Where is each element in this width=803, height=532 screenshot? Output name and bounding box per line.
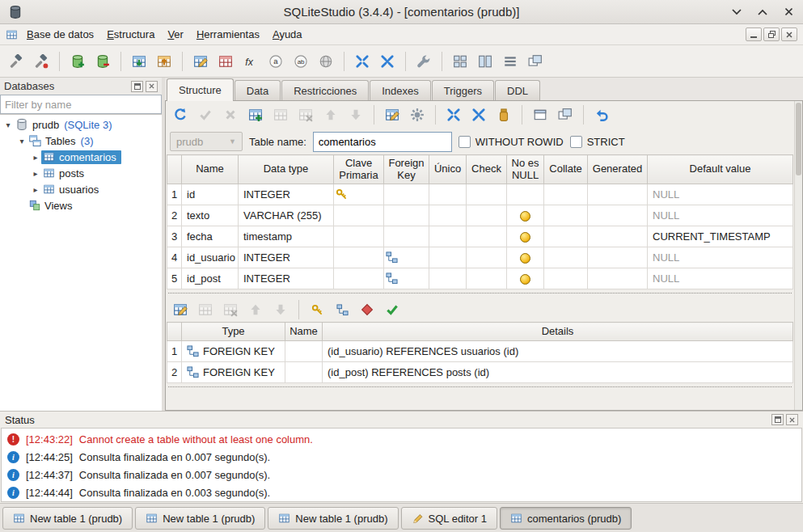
cell-constraint-details[interactable]: (id_post) REFERENCES posts (id) — [323, 362, 793, 383]
window-tab-comentarios-prudb-5[interactable]: comentarios (prudb) — [500, 507, 632, 530]
status-close-button[interactable] — [786, 414, 798, 425]
rollback-structure-changes-button[interactable] — [219, 103, 242, 126]
cell-default-value[interactable]: NULL — [648, 205, 793, 226]
cell-unique[interactable] — [429, 268, 467, 289]
expand-icon[interactable]: ▸ — [30, 169, 41, 178]
connect-database-button[interactable] — [5, 50, 27, 73]
cell-collate[interactable] — [544, 226, 588, 247]
refresh-structure-button[interactable] — [169, 103, 192, 126]
add-column-button[interactable] — [244, 103, 267, 126]
cell-not-null[interactable] — [507, 226, 544, 247]
cell-generated[interactable] — [588, 184, 648, 205]
cell-name[interactable]: id — [182, 184, 239, 205]
cell-unique[interactable] — [429, 205, 467, 226]
cell-primary-key[interactable] — [334, 184, 384, 205]
add-foreign-key-button[interactable] — [331, 298, 353, 321]
mdi-restore-button[interactable] — [763, 27, 780, 41]
tree-filter-input[interactable] — [0, 95, 162, 114]
open-function-editor-button[interactable]: fx — [239, 50, 262, 73]
vertical-scrollbar[interactable] — [794, 101, 802, 410]
grid-splitter[interactable] — [166, 289, 794, 298]
add-table-constraint-button[interactable] — [169, 298, 192, 321]
create-similar-table-button[interactable] — [381, 103, 404, 126]
tree-item-posts[interactable]: ▸posts — [0, 165, 162, 181]
cascade-windows-button[interactable] — [524, 50, 547, 73]
mdi-close-button[interactable] — [781, 27, 797, 41]
delete-table-constraint-button[interactable] — [219, 298, 242, 321]
cell-data-type[interactable]: INTEGER — [239, 184, 334, 205]
cell-primary-key[interactable] — [334, 205, 384, 226]
export-table-button[interactable] — [492, 103, 515, 126]
menu-item-ver[interactable]: Ver — [161, 25, 190, 44]
open-configuration-button[interactable] — [412, 50, 435, 73]
status-float-button[interactable] — [771, 414, 784, 425]
window-tab-new-table-1-prudb-2[interactable]: New table 1 (prudb) — [135, 507, 265, 530]
cell-constraint-type[interactable]: FOREIGN KEY — [182, 341, 285, 362]
tree-item-comentarios[interactable]: ▸comentarios — [0, 149, 162, 165]
cell-collate[interactable] — [544, 184, 588, 205]
bottom-grid-splitter[interactable] — [166, 383, 794, 391]
row-number[interactable]: 1 — [167, 341, 182, 362]
cell-not-null[interactable] — [507, 268, 544, 289]
without-rowid-checkbox[interactable]: WITHOUT ROWID — [459, 136, 564, 148]
add-database-button[interactable] — [66, 50, 89, 73]
menu-item-herramientas[interactable]: Herramientas — [190, 25, 266, 44]
edit-column-button[interactable] — [269, 103, 292, 126]
move-column-up-button[interactable] — [319, 103, 342, 126]
cell-generated[interactable] — [588, 226, 648, 247]
move-constraint-down-button[interactable] — [269, 298, 292, 321]
database-combo[interactable]: prudb ▼ — [170, 132, 243, 151]
menu-item-estructura[interactable]: Estructura — [100, 25, 161, 44]
tree-item-usuarios[interactable]: ▸usuarios — [0, 181, 162, 197]
add-primary-key-button[interactable] — [306, 298, 328, 321]
cell-check[interactable] — [467, 205, 507, 226]
cell-unique[interactable] — [429, 226, 467, 247]
expand-icon[interactable]: ▸ — [30, 153, 41, 162]
cell-constraint-type[interactable]: FOREIGN KEY — [182, 362, 285, 383]
cell-primary-key[interactable] — [334, 268, 384, 289]
window-tab-new-table-1-prudb-1[interactable]: New table 1 (prudb) — [2, 507, 133, 530]
commit-structure-changes-button[interactable] — [194, 103, 217, 126]
cell-data-type[interactable]: INTEGER — [239, 268, 334, 289]
cell-primary-key[interactable] — [334, 247, 384, 268]
cell-data-type[interactable]: timestamp — [239, 226, 334, 247]
cell-primary-key[interactable] — [334, 226, 384, 247]
window-tab-new-table-1-prudb-3[interactable]: New table 1 (prudb) — [268, 507, 398, 530]
restore-last-session-button[interactable] — [351, 50, 374, 73]
tab-indexes[interactable]: Indexes — [370, 80, 431, 100]
cell-check[interactable] — [467, 247, 507, 268]
collapse-icon[interactable]: ▾ — [2, 120, 14, 129]
expand-icon[interactable]: ▸ — [30, 185, 41, 194]
tab-structure[interactable]: Structure — [167, 78, 234, 101]
cell-check[interactable] — [467, 184, 507, 205]
cell-foreign-key[interactable] — [384, 205, 429, 226]
cell-name[interactable]: texto — [182, 205, 239, 226]
open-collation-editor-button[interactable]: a — [264, 50, 287, 73]
close-window-button[interactable] — [782, 6, 795, 19]
cell-collate[interactable] — [544, 205, 588, 226]
cell-foreign-key[interactable] — [384, 184, 429, 205]
cell-not-null[interactable] — [507, 184, 544, 205]
strict-checkbox[interactable]: STRICT — [570, 136, 625, 148]
mdi-minimize-button[interactable] — [746, 27, 762, 41]
move-constraint-up-button[interactable] — [244, 298, 267, 321]
generate-table-ddl-button[interactable] — [406, 103, 429, 126]
add-unique-constraint-button[interactable] — [356, 298, 378, 321]
disconnect-database-button[interactable] — [30, 50, 53, 73]
remove-database-button[interactable] — [91, 50, 114, 73]
cell-foreign-key[interactable] — [384, 268, 429, 289]
cell-check[interactable] — [467, 226, 507, 247]
cascade-window-button[interactable] — [554, 103, 577, 126]
cell-generated[interactable] — [588, 247, 648, 268]
maximize-window-button[interactable] — [467, 103, 490, 126]
tile-window-button[interactable] — [529, 103, 552, 126]
cell-default-value[interactable]: NULL — [648, 268, 793, 289]
cell-name[interactable]: fecha — [182, 226, 239, 247]
cell-not-null[interactable] — [507, 205, 544, 226]
edit-table-constraint-button[interactable] — [194, 298, 217, 321]
cell-unique[interactable] — [429, 184, 467, 205]
cell-generated[interactable] — [588, 268, 648, 289]
cell-check[interactable] — [467, 268, 507, 289]
cell-default-value[interactable]: CURRENT_TIMESTAMP — [648, 226, 793, 247]
row-number[interactable]: 1 — [167, 184, 182, 205]
